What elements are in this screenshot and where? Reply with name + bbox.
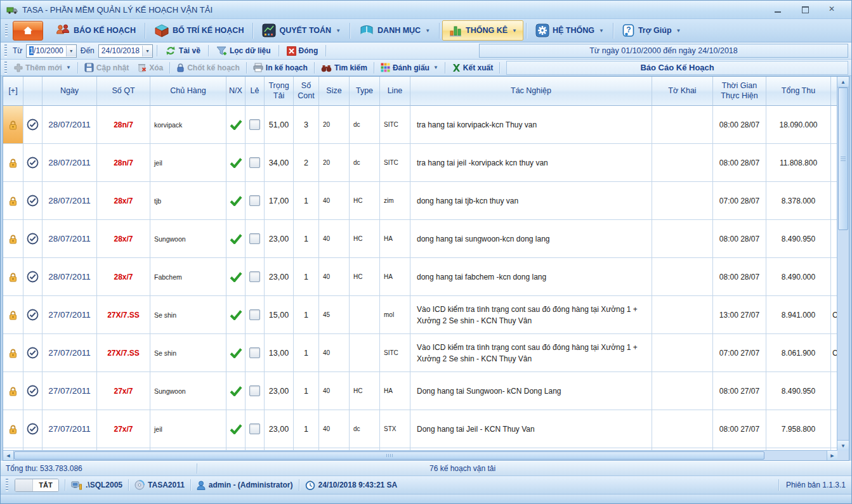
cell-tac-nghiep[interactable]: tra hang tai jeil -korvipack kcn thuy va… [410,144,652,181]
column-header-chu_hang[interactable]: Chủ Hàng [150,77,226,106]
cell-so-cont[interactable]: 3 [294,106,319,143]
row-lock-cell[interactable] [3,334,23,372]
menu-item-thong-ke[interactable]: THỐNG KÊ [442,20,523,41]
cell-size[interactable]: 40 [319,258,350,295]
cell-thoi-gian[interactable]: 13:00 27/07 [713,296,766,333]
cell-line[interactable]: HA [380,258,410,295]
cell-nx[interactable] [226,220,246,257]
table-row[interactable]: 27/07/201127x/7Sungwoon23,00140HCHADong … [3,372,837,410]
cell-so-qt[interactable]: 28x/7 [97,182,150,219]
cell-type[interactable]: HC [350,372,380,410]
maximize-button[interactable] [801,6,809,13]
cell-so-cont[interactable]: 1 [294,334,319,372]
cell-type[interactable]: HC [350,182,380,219]
table-row[interactable]: 27/07/201127X/7.SSSe shin13,00140SITCVào… [3,334,837,372]
cell-le[interactable] [246,372,265,410]
cell-type[interactable]: dc [350,410,380,448]
cell-le[interactable] [246,334,265,372]
cell-to-khai[interactable] [652,106,713,143]
cell-line[interactable]: mol [380,296,410,333]
cell-thoi-gian[interactable]: 08:00 28/07 [713,258,766,295]
filter-data-button[interactable]: Lọc dữ liệu [213,44,275,58]
row-status-cell[interactable] [23,258,43,295]
add-new-button[interactable]: Thêm mới [10,61,75,75]
cell-tac-nghiep[interactable]: Vào ICD kiểm tra tình trạng cont sau đó … [410,334,652,372]
le-checkbox[interactable] [249,385,260,396]
cell-type[interactable]: HC [350,220,380,257]
cell-so-cont[interactable]: 2 [294,144,319,181]
cell-trong-tai[interactable]: 34,00 [265,144,294,181]
cell-to-khai[interactable] [652,410,713,448]
horizontal-scrollbar[interactable] [3,450,837,460]
delete-button[interactable]: Xóa [134,61,167,75]
cell-line[interactable]: zim [380,182,410,219]
cell-thoi-gian[interactable]: 08:00 28/07 [713,106,766,143]
cell-le[interactable] [246,106,265,143]
cell-line[interactable]: HA [380,372,410,410]
cell-to-khai[interactable] [652,334,713,372]
cell-so-cont[interactable]: 1 [294,410,319,448]
column-header-status[interactable] [23,77,43,106]
cell-date[interactable]: 27/07/2011 [43,296,97,333]
cell-trong-tai[interactable]: 13,00 [265,334,294,372]
column-header-tac_nghiep[interactable]: Tác Nghiệp [410,77,652,106]
menu-item-danh-muc[interactable]: DANH MỤC [353,20,436,41]
download-button[interactable]: Tải về [161,44,204,58]
cell-tac-nghiep[interactable]: Vào ICD kiểm tra tình trạng cont sau đó … [410,296,652,333]
cell-thoi-gian[interactable]: 08:00 27/07 [713,372,766,410]
cell-tac-nghiep[interactable]: dong hang tai sungwoon-kcn dong lang [410,220,652,257]
print-plan-button[interactable]: In kế hoạch [249,61,311,75]
cell-le[interactable] [246,410,265,448]
cell-thoi-gian[interactable]: 08:00 28/07 [713,220,766,257]
le-checkbox[interactable] [249,347,260,358]
cell-date[interactable]: 28/07/2011 [43,258,97,295]
le-checkbox[interactable] [249,309,260,320]
cell-tong-thu[interactable]: 18.090.000 [766,106,831,143]
cell-thoi-gian[interactable]: 08:00 28/07 [713,144,766,181]
cell-type[interactable]: dc [350,106,380,143]
column-header-to_khai[interactable]: Tờ Khai [652,77,713,106]
cell-chu-hang[interactable]: Fabchem [150,258,226,295]
cell-type[interactable]: dc [350,144,380,181]
cell-chu-hang[interactable]: tjb [150,182,226,219]
cell-line[interactable]: STX [380,410,410,448]
column-header-tong_thu[interactable]: Tổng Thu [766,77,831,106]
table-row[interactable]: 28/07/201128x/7Fabchem23,00140HCHAdong h… [3,258,837,296]
cell-to-khai[interactable] [652,372,713,410]
cell-nx[interactable] [226,410,246,448]
cell-date[interactable]: 28/07/2011 [43,220,97,257]
home-button[interactable] [13,21,43,41]
vertical-scroll-thumb[interactable] [838,87,848,230]
table-row[interactable]: 28/07/201128x/7Sungwoon23,00140HCHAdong … [3,220,837,258]
cell-to-khai[interactable] [652,296,713,333]
column-header-trong_tai[interactable]: Trọng Tải [265,77,294,106]
row-status-cell[interactable] [23,372,43,410]
cell-size[interactable]: 20 [319,106,350,143]
column-header-le[interactable]: Lẻ [246,77,265,106]
le-checkbox[interactable] [249,157,260,168]
column-header-size[interactable]: Size [319,77,350,106]
row-status-cell[interactable] [23,182,43,219]
to-date-dropdown-button[interactable] [142,46,152,56]
cell-so-qt[interactable]: 27X/7.SS [97,296,150,333]
cell-so-qt[interactable]: 28x/7 [97,220,150,257]
cell-chu-hang[interactable]: Se shin [150,296,226,333]
cell-line[interactable]: HA [380,220,410,257]
cell-date[interactable]: 27/07/2011 [43,334,97,372]
cell-so-qt[interactable]: 27x/7 [97,372,150,410]
to-date-field[interactable]: 24/10/2018 [98,44,153,58]
cell-tong-thu[interactable]: 8.061.900 [766,334,831,372]
cell-thoi-gian[interactable]: 07:00 28/07 [713,182,766,219]
cell-size[interactable]: 40 [319,334,350,372]
cell-so-cont[interactable]: 1 [294,296,319,333]
cell-so-cont[interactable]: 1 [294,258,319,295]
cell-trong-tai[interactable]: 23,00 [265,410,294,448]
cell-le[interactable] [246,144,265,181]
le-checkbox[interactable] [249,119,260,130]
menu-item-bao-ke-hoach[interactable]: BÁO KẾ HOẠCH [49,20,142,41]
le-checkbox[interactable] [249,271,260,282]
table-row[interactable]: 28/07/201128n/7korvipack51,00320dcSITCtr… [3,106,837,144]
cell-trong-tai[interactable]: 51,00 [265,106,294,143]
row-status-cell[interactable] [23,144,43,181]
cell-so-qt[interactable]: 27x/7 [97,410,150,448]
